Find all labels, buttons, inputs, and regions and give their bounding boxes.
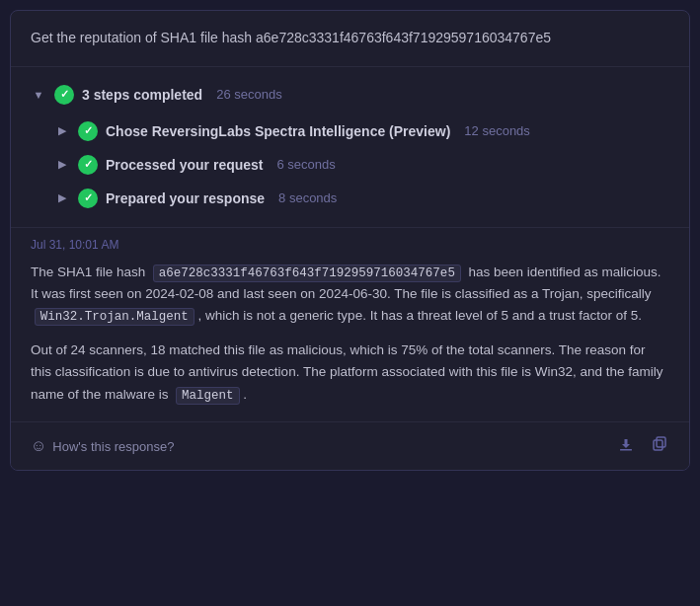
step1-check	[78, 121, 98, 141]
footer-action-icons	[616, 434, 669, 458]
svg-rect-1	[657, 437, 665, 447]
feedback-button[interactable]: ☺ How's this response?	[31, 437, 175, 455]
sub-steps-list: Chose ReversingLabs Spectra Intelligence…	[54, 114, 669, 215]
step1-label: Chose ReversingLabs Spectra Intelligence…	[106, 123, 450, 139]
timestamp-text: Jul 31, 10:01 AM	[31, 238, 118, 252]
timestamp: Jul 31, 10:01 AM	[11, 228, 689, 256]
copy-button[interactable]	[650, 434, 669, 458]
response-paragraph-1: The SHA1 file hash a6e728c3331f46763f643…	[31, 262, 669, 329]
step2-time: 6 seconds	[277, 157, 336, 172]
step1-time: 12 seconds	[464, 123, 530, 138]
main-container: Get the reputation of SHA1 file hash a6e…	[10, 10, 690, 471]
response-paragraph-2: Out of 24 scanners, 18 matched this file…	[31, 340, 669, 406]
step-row-2[interactable]: Processed your request 6 seconds	[54, 148, 669, 182]
step3-label: Prepared your response	[106, 190, 265, 206]
svg-rect-2	[654, 440, 662, 450]
step2-label: Processed your request	[106, 157, 264, 173]
steps-summary-label: 3 steps completed	[82, 87, 202, 103]
malgent-code: Malgent	[176, 387, 240, 405]
step-row-1[interactable]: Chose ReversingLabs Spectra Intelligence…	[54, 114, 669, 148]
smiley-icon: ☺	[31, 437, 46, 455]
step3-time: 8 seconds	[278, 190, 337, 205]
task-title: Get the reputation of SHA1 file hash a6e…	[11, 11, 689, 67]
response-body: The SHA1 file hash a6e728c3331f46763f643…	[11, 256, 689, 422]
steps-section: 3 steps completed 26 seconds Chose Rever…	[11, 67, 689, 228]
step2-check	[78, 155, 98, 175]
svg-rect-0	[620, 449, 632, 451]
success-icon	[54, 85, 74, 105]
hash-code: a6e728c3331f46763f643f7192959716034767e5	[153, 265, 461, 282]
steps-summary-time: 26 seconds	[216, 87, 282, 102]
task-title-text: Get the reputation of SHA1 file hash a6e…	[31, 30, 551, 45]
footer-bar: ☺ How's this response?	[11, 421, 689, 470]
download-button[interactable]	[616, 434, 636, 458]
step3-chevron[interactable]	[54, 190, 70, 206]
trojan-code: Win32.Trojan.Malgent	[35, 308, 194, 326]
feedback-label: How's this response?	[52, 439, 174, 454]
steps-summary-row[interactable]: 3 steps completed 26 seconds	[31, 79, 669, 111]
expand-chevron[interactable]	[31, 87, 46, 103]
step1-chevron[interactable]	[54, 123, 70, 139]
step2-chevron[interactable]	[54, 157, 70, 173]
step-row-3[interactable]: Prepared your response 8 seconds	[54, 182, 669, 215]
step3-check	[78, 189, 98, 208]
